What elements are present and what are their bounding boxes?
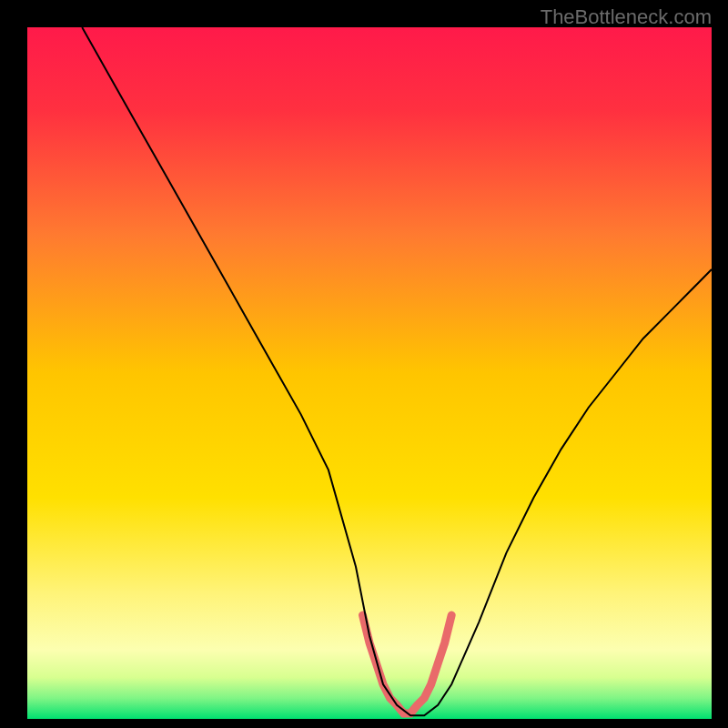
- chart-area: [27, 27, 712, 719]
- valley-highlight-path: [363, 615, 452, 713]
- curve-overlay: [27, 27, 712, 719]
- bottleneck-curve-path: [82, 27, 712, 715]
- watermark-text: TheBottleneck.com: [541, 5, 712, 29]
